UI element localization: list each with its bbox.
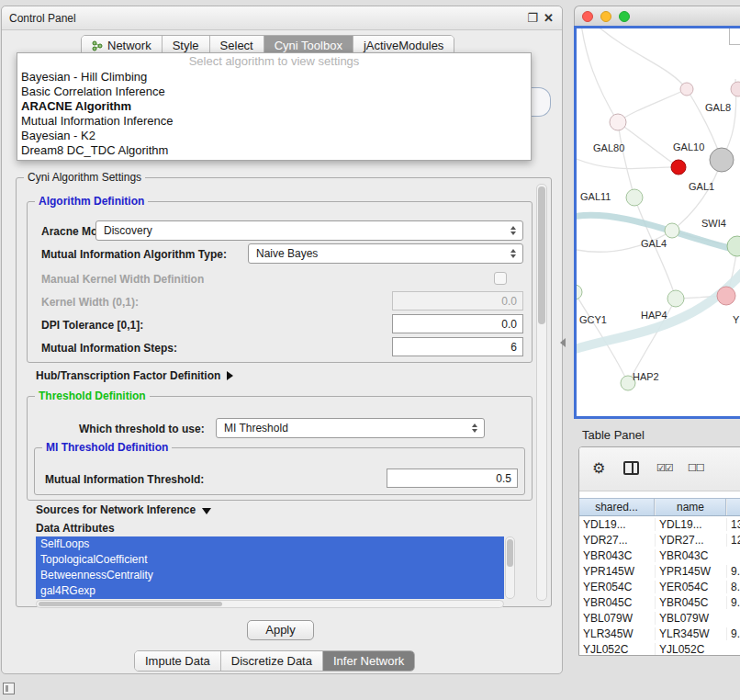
float-window-icon[interactable]: ❐ bbox=[527, 11, 538, 25]
attribute-item[interactable]: gal4RGexp bbox=[36, 583, 504, 599]
column-header-name[interactable]: name bbox=[655, 499, 726, 515]
settings-scrollbar-thumb[interactable] bbox=[538, 186, 545, 324]
data-attributes-list: SelfLoops TopologicalCoefficient Between… bbox=[36, 536, 504, 599]
tab-impute-data[interactable]: Impute Data bbox=[135, 651, 221, 671]
node-selected-red[interactable] bbox=[671, 160, 686, 175]
settings-gear-icon[interactable]: ⚙ bbox=[592, 459, 605, 477]
panel-title: Control Panel bbox=[9, 12, 76, 25]
desktop: Control Panel ❐ ✕ Network Style Select C… bbox=[0, 0, 740, 700]
tab-jactivemodules-label: jActiveModules bbox=[364, 39, 443, 52]
select-all-icon[interactable]: ☑☑ bbox=[656, 462, 673, 474]
settings-scrollbar[interactable] bbox=[536, 184, 547, 601]
aracne-mode-select[interactable]: Discovery bbox=[95, 220, 523, 241]
cell-shared-name: YPR145W bbox=[579, 565, 655, 578]
node-swi4[interactable] bbox=[727, 236, 740, 256]
network-edge bbox=[618, 122, 678, 167]
tab-infer-network[interactable]: Infer Network bbox=[323, 651, 414, 671]
attribute-item[interactable]: TopologicalCoefficient bbox=[36, 552, 504, 568]
table-row[interactable]: YDL19...YDL19...13 bbox=[579, 516, 740, 532]
node-edge-cut[interactable] bbox=[731, 82, 740, 96]
aracne-mode-value: Discovery bbox=[104, 224, 152, 237]
cell-name: YDL19... bbox=[655, 518, 726, 531]
algorithm-menu-item[interactable]: Basic Correlation Inference bbox=[17, 85, 531, 99]
node-pink-right[interactable] bbox=[717, 287, 735, 305]
mi-steps-field[interactable]: 6 bbox=[392, 337, 523, 356]
manual-kernel-label: Manual Kernel Width Definition bbox=[41, 273, 204, 286]
network-window-titlebar[interactable] bbox=[574, 6, 740, 26]
tab-infer-network-label: Infer Network bbox=[333, 654, 404, 668]
control-panel-titlebar[interactable]: Control Panel ❐ ✕ bbox=[2, 6, 562, 30]
sources-expander[interactable]: Sources for Network Inference bbox=[36, 503, 211, 516]
cell-extra: 9. bbox=[726, 565, 740, 578]
network-edge bbox=[581, 28, 618, 122]
cell-shared-name: YER054C bbox=[579, 581, 655, 593]
table-row[interactable]: YPR145WYPR145W9. bbox=[579, 563, 740, 579]
table-row[interactable]: YLR345WYLR345W9. bbox=[579, 626, 740, 641]
attribute-item[interactable]: BetweennessCentrality bbox=[36, 568, 504, 583]
node-gal11[interactable] bbox=[626, 189, 643, 206]
table-row[interactable]: YBL079WYBL079W bbox=[579, 610, 740, 626]
mi-type-label: Mutual Information Algorithm Type: bbox=[41, 248, 227, 261]
algorithm-menu-item-selected[interactable]: ARACNE Algorithm bbox=[17, 99, 531, 114]
algorithm-dropdown-menu: Select algorithm to view settings Bayesi… bbox=[17, 52, 532, 161]
attributes-vscrollbar[interactable] bbox=[505, 536, 515, 599]
algorithm-definition-title: Algorithm Definition bbox=[35, 195, 148, 208]
cell-extra: 8. bbox=[726, 581, 740, 593]
column-layout-icon[interactable] bbox=[623, 461, 639, 475]
close-traffic-light-icon[interactable] bbox=[582, 11, 593, 22]
cell-shared-name: YLR345W bbox=[579, 627, 655, 640]
kernel-width-label: Kernel Width (0,1): bbox=[41, 296, 139, 309]
algorithm-menu-prompt: Select algorithm to view settings bbox=[17, 53, 531, 70]
panel-dock-icon[interactable] bbox=[3, 683, 15, 694]
cell-name: YJL052C bbox=[655, 643, 726, 656]
algorithm-menu-item[interactable]: Mutual Information Inference bbox=[17, 114, 531, 129]
minimize-traffic-light-icon[interactable] bbox=[600, 11, 611, 22]
combo-stepper-icon bbox=[510, 226, 522, 235]
node-label-gal1: GAL1 bbox=[689, 181, 714, 192]
cell-shared-name: YDL19... bbox=[579, 518, 655, 531]
cell-name: YLR345W bbox=[655, 627, 726, 640]
attribute-item[interactable]: SelfLoops bbox=[36, 536, 504, 552]
hub-definition-expander[interactable]: Hub/Transcription Factor Definition bbox=[36, 369, 233, 382]
table-row[interactable]: YDR27...YDR27...12 bbox=[579, 532, 740, 548]
column-header-extra[interactable] bbox=[726, 499, 740, 515]
node-gal10[interactable] bbox=[710, 148, 734, 172]
which-threshold-select[interactable]: MI Threshold bbox=[216, 418, 485, 438]
attributes-hscrollbar[interactable] bbox=[36, 600, 504, 608]
tab-discretize-data-label: Discretize Data bbox=[231, 654, 312, 668]
algorithm-menu-item[interactable]: Dream8 DC_TDC Algorithm bbox=[17, 143, 531, 158]
attributes-vscrollbar-thumb[interactable] bbox=[507, 539, 513, 567]
table-row[interactable]: YBR045CYBR045C9. bbox=[579, 594, 740, 610]
node-gal80[interactable] bbox=[610, 114, 626, 130]
node-hap4[interactable] bbox=[667, 290, 684, 307]
table-row[interactable]: YJL052CYJL052C bbox=[579, 641, 740, 655]
cell-shared-name: YDR27... bbox=[579, 534, 655, 547]
zoom-traffic-light-icon[interactable] bbox=[619, 11, 630, 22]
deselect-all-icon[interactable]: ☐☐ bbox=[688, 462, 704, 474]
node-gcy1[interactable] bbox=[577, 285, 582, 299]
apply-button[interactable]: Apply bbox=[247, 620, 314, 640]
tab-discretize-data[interactable]: Discretize Data bbox=[221, 651, 323, 671]
table-row[interactable]: YBR043CYBR043C bbox=[579, 548, 740, 563]
mi-threshold-field[interactable]: 0.5 bbox=[387, 469, 518, 488]
network-canvas[interactable]: GAL8 GAL80 GAL10 GAL11 GAL1 SWI4 GAL4 GC… bbox=[574, 26, 740, 419]
threshold-definition-title: Threshold Definition bbox=[35, 390, 150, 402]
splitter-collapse-arrow[interactable] bbox=[560, 338, 566, 347]
node-gal4[interactable] bbox=[665, 223, 679, 238]
cell-shared-name: YBR045C bbox=[579, 596, 655, 609]
node-label-hap2: HAP2 bbox=[633, 371, 659, 382]
mi-type-select[interactable]: Naive Bayes bbox=[248, 243, 523, 264]
dpi-tolerance-field[interactable]: 0.0 bbox=[392, 314, 523, 333]
column-header-shared-name[interactable]: shared... bbox=[579, 499, 655, 515]
algorithm-combobox-fragment[interactable] bbox=[532, 87, 551, 117]
algorithm-menu-item[interactable]: Bayesian - K2 bbox=[17, 129, 531, 143]
node-label-gal11: GAL11 bbox=[580, 191, 611, 202]
table-row[interactable]: YER054CYER054C8. bbox=[579, 579, 740, 594]
close-window-icon[interactable]: ✕ bbox=[544, 11, 554, 25]
node-small-pink[interactable] bbox=[680, 83, 693, 96]
table-body: YDL19...YDL19...13 YDR27...YDR27...12 YB… bbox=[579, 516, 740, 655]
cell-extra: 13 bbox=[726, 518, 740, 531]
attributes-hscrollbar-thumb[interactable] bbox=[39, 602, 222, 606]
table-panel-window: ⚙ ☑☑ ☐☐ shared... name YDL19...YDL19...1… bbox=[578, 446, 740, 656]
algorithm-menu-item[interactable]: Bayesian - Hill Climbing bbox=[17, 70, 531, 85]
